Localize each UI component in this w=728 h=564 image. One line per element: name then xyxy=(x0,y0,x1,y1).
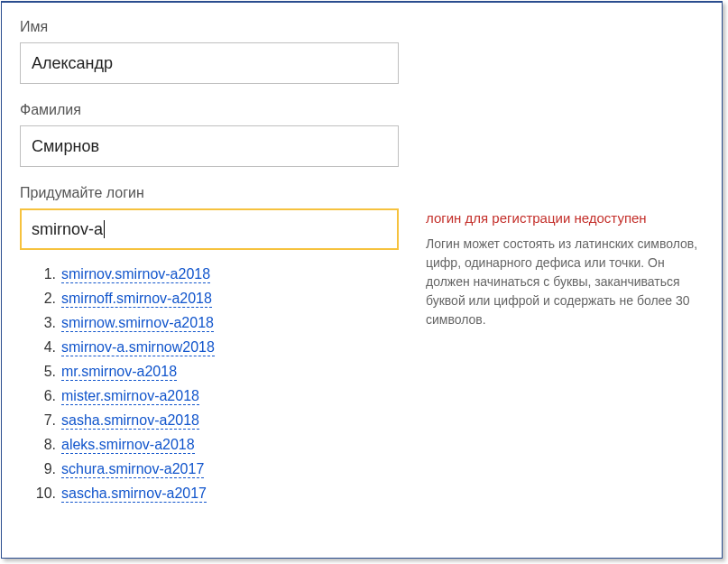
suggestion-link[interactable]: sasha.smirnov-a2018 xyxy=(61,412,199,430)
login-field-group: Придумайте логин smirnov-a 1.smirnov.smi… xyxy=(20,185,704,510)
suggestion-number: 3. xyxy=(31,315,56,331)
surname-field-group: Фамилия xyxy=(20,102,704,167)
suggestion-number: 6. xyxy=(31,388,56,404)
login-suggestions-list: 1.smirnov.smirnov-a20182.smirnoff.smirno… xyxy=(31,266,399,503)
registration-panel: Имя Фамилия Придумайте логин smirnov-a 1… xyxy=(1,1,723,559)
name-field-group: Имя xyxy=(20,19,704,84)
suggestion-number: 7. xyxy=(31,412,56,429)
suggestion-item: 7.sasha.smirnov-a2018 xyxy=(31,412,399,430)
suggestion-link[interactable]: smirnov.smirnov-a2018 xyxy=(61,266,210,283)
surname-input[interactable] xyxy=(20,125,399,167)
suggestion-number: 4. xyxy=(31,339,56,356)
login-error-text: логин для регистрации недоступен xyxy=(426,210,704,226)
suggestion-item: 10.sascha.smirnov-a2017 xyxy=(31,485,399,503)
login-hint-text: Логин может состоять из латинских символ… xyxy=(426,235,704,329)
login-input-value: smirnov-a xyxy=(32,220,103,239)
suggestion-item: 1.smirnov.smirnov-a2018 xyxy=(31,266,399,283)
suggestion-link[interactable]: schura.smirnov-a2017 xyxy=(61,461,204,478)
login-label: Придумайте логин xyxy=(20,185,704,201)
name-input[interactable] xyxy=(20,42,399,84)
suggestion-item: 2.smirnoff.smirnov-a2018 xyxy=(31,291,399,308)
suggestion-number: 8. xyxy=(31,437,56,453)
suggestion-link[interactable]: smirnov-a.smirnow2018 xyxy=(61,339,215,356)
suggestion-link[interactable]: aleks.smirnov-a2018 xyxy=(61,437,195,454)
suggestion-item: 5.mr.smirnov-a2018 xyxy=(31,364,399,381)
suggestion-link[interactable]: smirnoff.smirnov-a2018 xyxy=(61,291,212,308)
suggestion-item: 3.smirnow.smirnov-a2018 xyxy=(31,315,399,332)
text-cursor xyxy=(104,220,105,238)
suggestion-link[interactable]: mister.smirnov-a2018 xyxy=(61,388,199,405)
suggestion-item: 6.mister.smirnov-a2018 xyxy=(31,388,399,405)
suggestion-link[interactable]: sascha.smirnov-a2017 xyxy=(61,485,207,503)
suggestion-number: 2. xyxy=(31,291,56,307)
suggestion-link[interactable]: smirnow.smirnov-a2018 xyxy=(61,315,214,332)
suggestion-item: 8.aleks.smirnov-a2018 xyxy=(31,437,399,454)
suggestion-item: 9.schura.smirnov-a2017 xyxy=(31,461,399,478)
login-input[interactable]: smirnov-a xyxy=(20,208,399,250)
suggestion-number: 9. xyxy=(31,461,56,477)
name-label: Имя xyxy=(20,19,704,35)
suggestion-item: 4.smirnov-a.smirnow2018 xyxy=(31,339,399,356)
login-hint-box: логин для регистрации недоступен Логин м… xyxy=(426,208,704,329)
suggestion-number: 5. xyxy=(31,364,56,380)
suggestion-number: 1. xyxy=(31,266,56,282)
suggestion-link[interactable]: mr.smirnov-a2018 xyxy=(61,364,177,381)
surname-label: Фамилия xyxy=(20,102,704,118)
suggestion-number: 10. xyxy=(31,485,56,502)
